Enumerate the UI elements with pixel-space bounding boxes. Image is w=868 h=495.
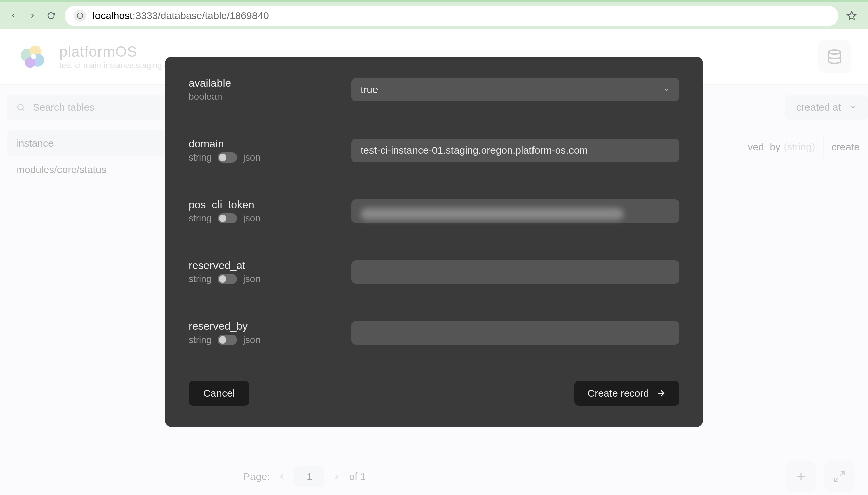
reserved-at-input[interactable] (351, 260, 679, 284)
field-type: string (189, 274, 211, 285)
field-row-available: available boolean true (189, 77, 679, 102)
json-toggle[interactable] (217, 213, 237, 223)
svg-point-10 (18, 104, 23, 110)
field-row-domain: domain string json (189, 138, 679, 163)
column-header[interactable]: create (824, 135, 868, 159)
field-type: string (189, 213, 211, 224)
field-name: reserved_at (189, 259, 343, 272)
json-label: json (243, 335, 260, 345)
search-icon (17, 102, 25, 113)
field-name: domain (189, 138, 343, 150)
field-type: boolean (189, 91, 222, 102)
url-host: localhost (93, 10, 132, 21)
json-toggle[interactable] (217, 335, 237, 345)
back-button[interactable] (8, 11, 19, 21)
available-select[interactable]: true (351, 78, 679, 101)
browser-chrome: localhost:3333/database/table/1869840 (0, 0, 868, 29)
redacted-value (361, 208, 624, 220)
page-next-icon[interactable] (332, 472, 341, 481)
create-record-button[interactable]: Create record (574, 381, 679, 406)
field-row-reserved-at: reserved_at string json (189, 259, 679, 285)
create-record-modal: available boolean true domain string jso… (165, 57, 703, 427)
svg-line-11 (22, 109, 23, 110)
page-prev-icon[interactable] (278, 472, 286, 481)
page-label: Page: (243, 471, 269, 482)
table-header-row: ved_by(string) create (740, 135, 868, 159)
json-toggle[interactable] (217, 152, 237, 163)
sort-dropdown[interactable]: created at (785, 95, 868, 120)
table-footer: Page: of 1 (232, 458, 868, 495)
reserved-by-input[interactable] (351, 321, 679, 344)
json-label: json (243, 213, 260, 224)
sort-label: created at (797, 102, 841, 113)
svg-marker-3 (848, 12, 856, 19)
column-header[interactable]: ved_by(string) (740, 135, 824, 159)
chevron-down-icon (849, 104, 856, 111)
json-label: json (243, 274, 260, 285)
database-button[interactable] (818, 40, 851, 73)
add-record-button[interactable] (786, 461, 816, 492)
url-path: :3333/database/table/1869840 (132, 10, 268, 21)
svg-point-8 (31, 54, 36, 59)
field-type: string (189, 335, 211, 345)
pos-cli-token-input[interactable] (351, 200, 679, 223)
domain-input[interactable] (351, 139, 679, 162)
address-bar[interactable]: localhost:3333/database/table/1869840 (65, 6, 838, 26)
json-label: json (243, 152, 260, 163)
submit-label: Create record (588, 388, 649, 399)
chevron-down-icon (662, 86, 670, 93)
bookmark-star-icon[interactable] (847, 11, 860, 21)
arrow-right-icon (656, 388, 666, 398)
field-row-reserved-by: reserved_by string json (189, 320, 679, 345)
field-row-pos-cli-token: pos_cli_token string json (189, 199, 679, 224)
logo-icon (17, 42, 49, 71)
select-value: true (361, 84, 378, 96)
svg-point-9 (829, 50, 841, 54)
page-total: of 1 (349, 471, 366, 482)
site-info-icon[interactable] (74, 10, 86, 22)
search-input[interactable] (33, 102, 161, 113)
field-type: string (189, 152, 211, 163)
cancel-button[interactable]: Cancel (189, 381, 249, 406)
reload-button[interactable] (46, 11, 56, 21)
json-toggle[interactable] (217, 274, 237, 284)
field-name: available (189, 77, 343, 89)
field-name: reserved_by (189, 320, 343, 332)
page-input[interactable] (294, 466, 324, 487)
expand-button[interactable] (824, 461, 854, 492)
forward-button[interactable] (27, 11, 38, 21)
field-name: pos_cli_token (189, 199, 343, 211)
